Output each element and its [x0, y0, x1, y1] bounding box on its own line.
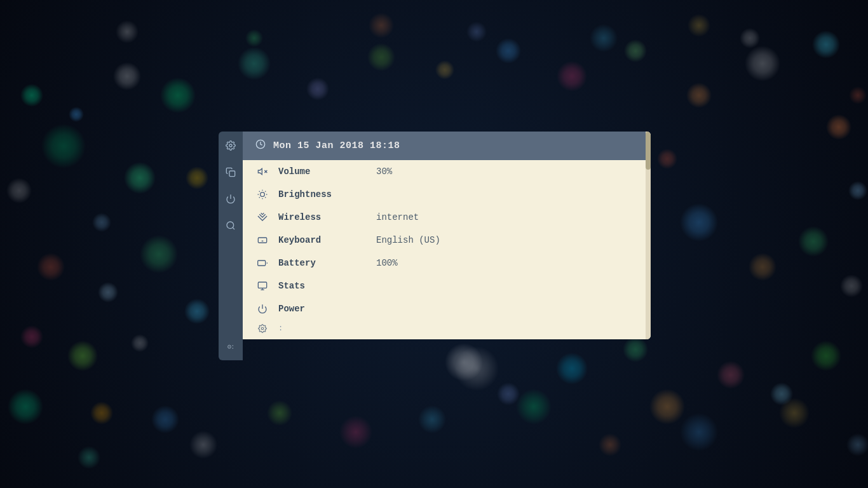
brightness-label: Brightness: [278, 189, 367, 200]
svg-line-4: [233, 227, 234, 229]
svg-line-17: [265, 191, 266, 192]
power-icon[interactable]: [223, 191, 238, 207]
svg-line-16: [259, 197, 260, 198]
keyboard-icon: [255, 235, 269, 245]
svg-line-12: [259, 191, 260, 192]
datetime-display: Mon 15 Jan 2018 18:18: [273, 140, 400, 151]
svg-rect-28: [258, 282, 266, 288]
scrollbar-thumb[interactable]: [646, 132, 651, 170]
copy-icon[interactable]: [223, 165, 238, 180]
svg-rect-1: [229, 171, 235, 177]
panel-header[interactable]: Mon 15 Jan 2018 18:18: [243, 132, 651, 160]
bottom-settings-text: :: [278, 324, 283, 333]
svg-point-3: [227, 222, 234, 229]
svg-rect-18: [258, 238, 266, 243]
wireless-label: Wireless: [278, 212, 367, 222]
svg-marker-6: [258, 168, 262, 174]
volume-icon: [255, 166, 269, 177]
svg-point-32: [261, 327, 264, 330]
svg-point-0: [229, 144, 232, 147]
volume-row[interactable]: Volume 30%: [243, 160, 651, 183]
wireless-icon: [255, 212, 269, 222]
wireless-value: internet: [376, 212, 419, 222]
side-panel: ⚙:: [219, 132, 243, 360]
battery-value: 100%: [376, 258, 398, 268]
search-icon[interactable]: [223, 218, 238, 233]
settings-icon[interactable]: [223, 138, 238, 153]
battery-icon: [255, 258, 269, 268]
battery-row[interactable]: Battery 100%: [243, 252, 651, 274]
volume-value: 30%: [376, 166, 392, 177]
volume-label: Volume: [278, 166, 367, 177]
keyboard-row[interactable]: Keyboard English (US): [243, 229, 651, 252]
svg-point-9: [261, 193, 265, 197]
bottom-settings-icon: [255, 324, 269, 333]
keyboard-value: English (US): [376, 235, 440, 245]
main-panel: Mon 15 Jan 2018 18:18 Volume 30%: [243, 132, 651, 339]
brightness-row[interactable]: Brightness: [243, 183, 651, 206]
stats-icon: [255, 281, 269, 291]
scrollbar-track[interactable]: [646, 132, 651, 339]
bottom-settings-row[interactable]: :: [243, 320, 651, 339]
wireless-row[interactable]: Wireless internet: [243, 206, 651, 229]
stats-label: Stats: [278, 281, 367, 291]
settings-config-icon[interactable]: ⚙:: [223, 339, 238, 354]
power-row[interactable]: Power: [243, 297, 651, 320]
power-menu-icon: [255, 304, 269, 314]
svg-rect-26: [258, 261, 266, 266]
brightness-icon: [255, 189, 269, 200]
battery-label: Battery: [278, 258, 367, 268]
svg-line-13: [265, 197, 266, 198]
power-label: Power: [278, 304, 367, 314]
stats-row[interactable]: Stats: [243, 274, 651, 297]
clock-icon: [255, 139, 266, 152]
keyboard-label: Keyboard: [278, 235, 367, 245]
